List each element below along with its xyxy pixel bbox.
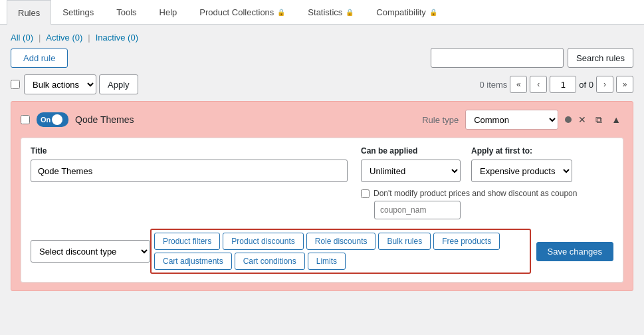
bottom-area: Select discount type Product filters Pro… [31,229,613,274]
sep1: | [39,33,41,43]
top-navigation: Rules Settings Tools Help Product Collec… [0,0,644,25]
search-input[interactable] [431,48,564,68]
apply-at-first-group: Apply at first to: Expensive products [471,146,572,182]
items-count: 0 items [479,80,507,90]
rule-name: Qode Themes [75,114,415,125]
tab-statistics[interactable]: Statistics 🔒 [296,0,365,24]
tab-statistics-label: Statistics [308,7,342,17]
apply-button[interactable]: Apply [99,74,138,94]
title-input[interactable] [31,160,348,182]
filter-all[interactable]: All (0) [11,33,33,43]
dont-modify-label: Don't modify product prices and show dis… [374,189,577,198]
rule-header-actions: ✕ ⧉ ▲ [565,113,623,127]
discount-type-wrapper: Select discount type [31,240,150,263]
pagination-wrapper: 0 items « ‹ of 0 › » [479,76,633,93]
page-body: All (0) | Active (0) | Inactive (0) Add … [0,25,644,299]
tab-product-discounts[interactable]: Product discounts [223,233,303,250]
tab-product-collections[interactable]: Product Collections 🔒 [188,0,296,24]
rule-header: On Qode Themes Rule type Common ✕ ⧉ ▲ [21,110,623,130]
can-be-applied-group: Can be applied Unlimited [361,146,461,182]
lock-icon-statistics: 🔒 [346,9,354,16]
tab-product-collections-label: Product Collections [199,7,274,17]
sep2: | [88,33,90,43]
page-prev-button[interactable]: ‹ [530,76,547,93]
toolbar-left: Add rule [11,49,68,68]
select-all-checkbox[interactable] [11,80,20,89]
copy-rule-button[interactable]: ⧉ [593,113,605,127]
lock-icon-compatibility: 🔒 [429,9,437,16]
toggle-knob [52,114,62,125]
toolbar-right: Search rules [431,48,633,68]
tab-settings[interactable]: Settings [51,0,105,24]
page-number-input[interactable] [550,76,576,93]
tab-rules[interactable]: Rules [7,0,51,25]
dont-modify-checkbox[interactable] [361,189,370,198]
dont-modify-row: Don't modify product prices and show dis… [361,189,613,219]
title-label: Title [31,146,348,156]
tab-compatibility[interactable]: Compatibility 🔒 [365,0,448,24]
page-next-button[interactable]: › [596,76,613,93]
dot-indicator [565,116,572,123]
page-of-label: of 0 [579,80,593,90]
toolbar-row: Add rule Search rules [11,48,633,68]
tab-cart-conditions[interactable]: Cart conditions [235,253,305,270]
apply-at-first-select[interactable]: Expensive products [471,160,572,182]
toggle-on-label: On [39,116,51,124]
tab-limits[interactable]: Limits [308,253,346,270]
filter-row: All (0) | Active (0) | Inactive (0) [11,33,633,43]
tab-help[interactable]: Help [148,0,189,24]
rule-tabs-row: Product filters Product discounts Role d… [150,229,531,274]
bulk-actions-wrapper: Bulk actions Apply [24,74,138,94]
tab-tools[interactable]: Tools [105,0,148,24]
page-first-button[interactable]: « [510,76,527,93]
tab-compatibility-label: Compatibility [376,7,425,17]
tab-product-filters[interactable]: Product filters [154,233,220,250]
rule-type-select[interactable]: Common [465,110,558,130]
rule-fields-row: Title Can be applied Unlimited Apply at … [31,146,613,219]
collapse-rule-button[interactable]: ▲ [609,113,623,126]
page-last-button[interactable]: » [616,76,633,93]
can-be-applied-label: Can be applied [361,146,461,156]
bulk-left: Bulk actions Apply [11,74,138,94]
tab-bulk-rules[interactable]: Bulk rules [378,233,431,250]
tabs-and-save: Product filters Product discounts Role d… [150,229,613,274]
dont-modify-checkbox-row: Don't modify product prices and show dis… [361,189,613,198]
tab-cart-adjustments[interactable]: Cart adjustments [154,253,232,270]
add-rule-button[interactable]: Add rule [11,49,68,68]
apply-at-first-label: Apply at first to: [471,146,572,156]
coupon-input[interactable] [374,201,461,219]
can-be-applied-row: Can be applied Unlimited Apply at first … [361,146,613,182]
filter-inactive[interactable]: Inactive (0) [96,33,138,43]
rule-toggle[interactable]: On [37,112,68,127]
rule-type-label: Rule type [422,115,459,125]
search-rules-button[interactable]: Search rules [568,48,633,68]
bulk-actions-select[interactable]: Bulk actions [24,74,96,94]
lock-icon: 🔒 [277,9,285,16]
tab-free-products[interactable]: Free products [433,233,500,250]
can-be-applied-select[interactable]: Unlimited [361,160,461,182]
bulk-toolbar-row: Bulk actions Apply 0 items « ‹ of 0 › » [11,74,633,94]
rule-checkbox[interactable] [21,115,30,124]
filter-active[interactable]: Active (0) [46,33,82,43]
field-right-group: Can be applied Unlimited Apply at first … [361,146,613,219]
close-rule-button[interactable]: ✕ [576,113,589,126]
rule-body: Title Can be applied Unlimited Apply at … [21,138,623,282]
title-field-group: Title [31,146,348,182]
tab-role-discounts[interactable]: Role discounts [306,233,376,250]
discount-type-select[interactable]: Select discount type [31,240,150,263]
save-changes-button[interactable]: Save changes [536,242,613,261]
rule-card: On Qode Themes Rule type Common ✕ ⧉ ▲ Ti… [11,101,633,291]
